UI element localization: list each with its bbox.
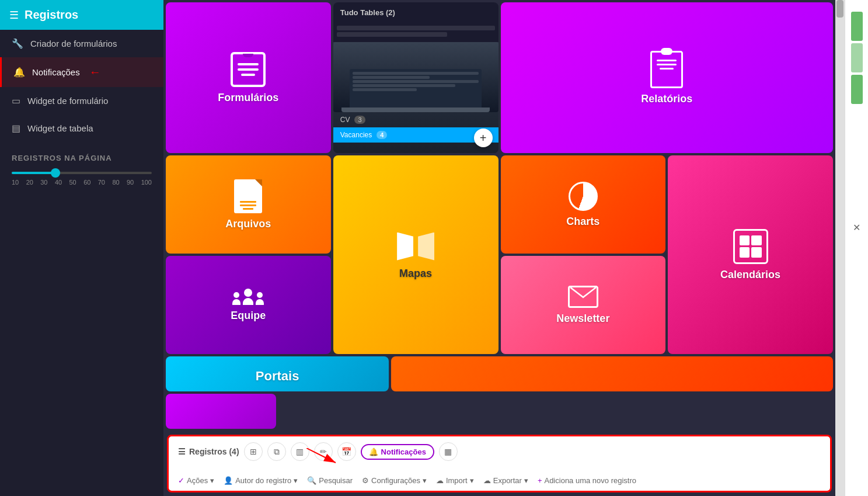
search-label: Pesquisar	[319, 476, 353, 485]
slider-thumb[interactable]	[51, 168, 60, 178]
scrollbar-track[interactable]	[835, 0, 845, 496]
notifications-label: Notificações	[381, 448, 426, 456]
scrollbar[interactable]	[835, 0, 845, 496]
settings-dropdown-icon: ▾	[423, 476, 427, 485]
tile-newsletter-label: Newsletter	[556, 313, 609, 325]
records-per-page-slider[interactable]: 10 20 30 40 50 60 70 80 90 100	[0, 167, 163, 197]
calendars-icon	[733, 229, 768, 264]
tile-team[interactable]: Equipe	[166, 256, 331, 354]
import-label: Import	[446, 476, 468, 485]
scrollbar-thumb[interactable]	[836, 0, 843, 18]
tile-portals-label: Portais	[256, 369, 299, 384]
portals-row: Portais	[163, 356, 835, 431]
tile-portals[interactable]: Portais	[166, 356, 389, 391]
actions-label: Ações	[187, 476, 208, 485]
forms-icon	[231, 52, 266, 87]
arrow-indicator: ←	[89, 65, 101, 79]
export-label: Exportar	[493, 476, 522, 485]
table-mock	[333, 20, 499, 42]
square-icon: ▭	[12, 95, 20, 106]
tile-forms[interactable]: Formulários	[166, 2, 331, 153]
gear-icon: ⚙	[362, 476, 369, 485]
sidebar-item-label: Notificações	[32, 67, 80, 77]
grid-icon: ⊞	[250, 447, 257, 456]
sidebar-item-form-builder[interactable]: 🔧 Criador de formulários	[0, 30, 163, 57]
tables-inner: Tudo Tables (2)	[333, 2, 499, 153]
maps-icon	[397, 230, 434, 263]
toolbar-btn-copy[interactable]: ⧉	[267, 442, 286, 461]
tile-files-label: Arquivos	[225, 218, 271, 230]
add-record-label: Adiciona uma novo registro	[544, 476, 636, 485]
slider-track[interactable]	[12, 172, 152, 174]
tables-header: Tudo Tables (2)	[333, 2, 499, 20]
table-icon: ▤	[12, 123, 20, 134]
laptop-sim	[333, 42, 499, 112]
cv-label: CV	[340, 116, 350, 124]
settings-label: Configurações	[371, 476, 420, 485]
cloud-up-icon: ☁	[436, 476, 444, 485]
laptop-screen	[350, 69, 482, 110]
svg-line-1	[306, 448, 336, 463]
toolbar-actions-btn[interactable]: ✓ Ações ▾	[178, 476, 214, 485]
tile-files[interactable]: Arquivos	[166, 155, 331, 254]
reports-icon	[650, 51, 683, 88]
tiles-grid: Formulários Tudo Tables (2)	[163, 0, 835, 356]
tables-screenshot: CV 3 Vacancies 4 +	[333, 42, 499, 153]
main-content: Formulários Tudo Tables (2)	[163, 0, 835, 496]
sidebar-item-notifications[interactable]: 🔔 Notificações ←	[0, 57, 163, 87]
toolbar-add-record-btn[interactable]: + Adiciona uma novo registro	[538, 476, 636, 485]
newsletter-icon	[568, 286, 598, 308]
tile-tables[interactable]: Tudo Tables (2)	[333, 2, 499, 153]
bottom-toolbar: ☰ Registros (4) ⊞ ⧉ ▥ ✏ 📅 🔔 Notificações	[167, 435, 832, 492]
toolbar-search-btn[interactable]: 🔍 Pesquisar	[307, 476, 353, 485]
tile-calendars[interactable]: Calendários	[668, 155, 833, 354]
toolbar-settings-btn[interactable]: ⚙ Configurações ▾	[362, 476, 427, 485]
sidebar-item-form-widget[interactable]: ▭ Widget de formulário	[0, 87, 163, 115]
hamburger-icon[interactable]: ☰	[9, 9, 19, 22]
tile-calendars-label: Calendários	[720, 269, 780, 281]
toolbar-row1: ☰ Registros (4) ⊞ ⧉ ▥ ✏ 📅 🔔 Notificações	[178, 442, 821, 461]
toolbar-btn-grid[interactable]: ⊞	[244, 442, 263, 461]
calendar-icon: 📅	[341, 447, 351, 456]
slider-labels: 10 20 30 40 50 60 70 80 90 100	[12, 179, 152, 186]
toolbar-title-text: Registros (4)	[189, 447, 239, 456]
table-view-icon: ▦	[444, 447, 452, 456]
close-panel-button[interactable]: ✕	[853, 222, 860, 233]
table-row-vacancies[interactable]: Vacancies 4	[333, 127, 499, 143]
search-icon: 🔍	[307, 476, 316, 485]
author-label: Autor do registro	[235, 476, 291, 485]
tile-reports-label: Relatórios	[641, 93, 692, 105]
sidebar-header: ☰ Registros	[0, 0, 163, 30]
tile-team-label: Equipe	[231, 310, 266, 322]
tile-reports[interactable]: Relatórios	[501, 2, 834, 153]
bell-active-icon: 🔔	[369, 448, 378, 456]
slider-fill	[12, 172, 54, 174]
tile-maps[interactable]: Mapas	[333, 155, 499, 354]
add-table-button[interactable]: +	[474, 129, 493, 147]
plus-icon: +	[538, 476, 542, 485]
tile-newsletter[interactable]: Newsletter	[501, 256, 666, 354]
check-icon: ✓	[178, 476, 184, 485]
tile-forms-label: Formulários	[218, 92, 278, 104]
cv-count: 3	[354, 116, 365, 124]
color-band-green	[851, 12, 863, 41]
sidebar: ☰ Registros 🔧 Criador de formulários 🔔 N…	[0, 0, 163, 496]
right-panel: ✕	[845, 0, 868, 496]
sidebar-item-table-widget[interactable]: ▤ Widget de tabela	[0, 115, 163, 142]
app-title: Registros	[25, 8, 78, 22]
section-label: Registros na página	[0, 142, 163, 167]
tile-extra1[interactable]	[391, 356, 833, 391]
table-row-cv[interactable]: CV 3	[333, 112, 499, 127]
actions-dropdown-icon: ▾	[210, 476, 214, 485]
tile-extra2[interactable]	[166, 394, 276, 429]
toolbar-btn-table[interactable]: ▦	[439, 442, 458, 461]
toolbar-author-btn[interactable]: 👤 Autor do registro ▾	[224, 476, 298, 485]
columns-icon: ▥	[296, 447, 304, 456]
toolbar-export-btn[interactable]: ☁ Exportar ▾	[483, 476, 528, 485]
color-band-green3	[851, 75, 863, 104]
tile-charts[interactable]: Charts	[501, 155, 666, 254]
toolbar-import-btn[interactable]: ☁ Import ▾	[436, 476, 474, 485]
charts-icon	[569, 182, 598, 211]
notifications-button[interactable]: 🔔 Notificações	[361, 444, 434, 460]
tile-maps-label: Mapas	[399, 268, 432, 280]
